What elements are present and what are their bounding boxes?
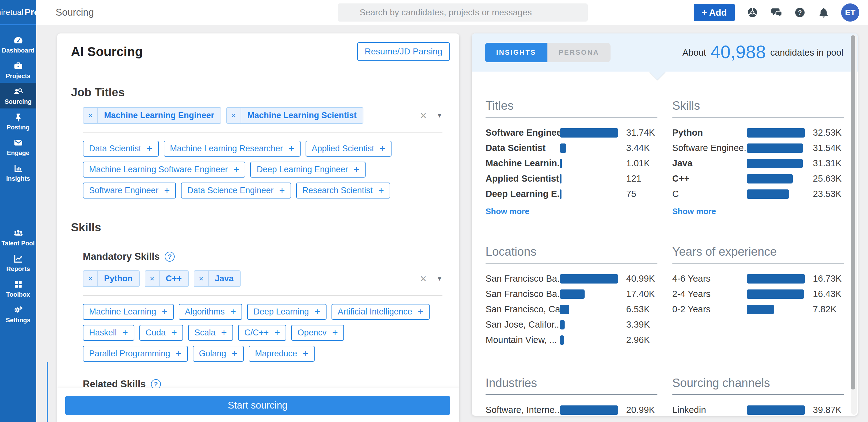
remove-tag-icon[interactable]: × (145, 271, 160, 287)
sidebar-item-sourcing[interactable]: Sourcing (0, 83, 36, 109)
form-body: Job Titles × Machine Learning Engineer ×… (57, 86, 459, 422)
add-icon: + (232, 349, 238, 359)
bar-track (560, 144, 618, 153)
selected-tag[interactable]: × Machine Learning Engineer (83, 107, 221, 124)
sidebar-item-talent-pool[interactable]: Talent Pool (0, 224, 36, 250)
global-search[interactable] (338, 3, 588, 22)
search-input[interactable] (359, 7, 582, 18)
suggestion-chip[interactable]: Artificial Intelligence + (332, 304, 430, 320)
chart-row: Software Enginee... 31.54K (673, 140, 844, 156)
dashboard-icon (13, 35, 24, 45)
mandatory-skills-suggestions: Machine Learning + Algorithms + Deep Lea… (83, 304, 448, 362)
clear-all-icon[interactable]: × (420, 110, 427, 121)
add-icon: + (230, 307, 236, 316)
suggestion-chip[interactable]: Research Scientist + (296, 183, 390, 199)
suggestion-chip[interactable]: Data Scientist + (83, 141, 159, 157)
insight-chart: Titles Software Engineer 31.74K Data S (486, 99, 657, 216)
suggestion-chip[interactable]: Data Science Engineer + (181, 183, 291, 199)
sidebar-item-reports[interactable]: Reports (0, 250, 36, 276)
suggestion-chip[interactable]: Machine Learning Software Engineer + (83, 161, 245, 178)
form-title: AI Sourcing (71, 44, 143, 59)
sidebar-item-toolbox[interactable]: Toolbox (0, 276, 36, 301)
remove-tag-icon[interactable]: × (194, 271, 209, 287)
suggestion-chip[interactable]: Parallel Programming + (83, 346, 188, 362)
suggestion-chip[interactable]: Machine Learning + (83, 304, 174, 320)
chat-icon[interactable] (770, 6, 782, 19)
chart-row-label: Applied Scientist (486, 174, 560, 184)
chart-title: Years of experience (673, 245, 844, 259)
suggestion-chip[interactable]: Cuda + (140, 325, 183, 341)
app-logo[interactable]: hiretual Pro (0, 0, 36, 24)
suggestion-chip[interactable]: Applied Scientist + (306, 141, 392, 157)
page-title: Sourcing (56, 0, 94, 25)
suggestion-chip[interactable]: Deep Learning Engineer + (250, 161, 366, 178)
suggestion-chip[interactable]: Deep Learning + (247, 304, 326, 320)
form-header: AI Sourcing Resume/JD Parsing (57, 33, 459, 70)
scrollbar-thumb[interactable] (851, 35, 855, 390)
show-more-link[interactable]: Show more (486, 207, 529, 216)
tab-persona[interactable]: PERSONA (548, 43, 611, 62)
insight-chart: Locations San Francisco Ba... 40.99K S (486, 245, 657, 348)
suggestion-chip[interactable]: Scala + (188, 325, 233, 341)
suggestion-chip[interactable]: Software Engineer + (83, 183, 176, 199)
chart-row-value: 16.43K (813, 289, 842, 299)
selected-tag[interactable]: × Machine Learning Scientist (226, 107, 364, 124)
pool-count: 40,988 (711, 43, 766, 61)
remove-tag-icon[interactable]: × (84, 271, 98, 287)
chevron-down-icon[interactable]: ▼ (436, 275, 442, 282)
bar (560, 320, 565, 329)
avatar[interactable]: ET (841, 3, 859, 22)
divider (83, 132, 442, 132)
selected-tag[interactable]: × Java (194, 270, 241, 287)
sidebar-item-insights[interactable]: Insights (0, 160, 36, 185)
help-circle-icon[interactable]: ? (151, 379, 161, 389)
remove-tag-icon[interactable]: × (227, 108, 241, 123)
bar (560, 290, 585, 299)
sidebar-item-engage[interactable]: Engage (0, 134, 36, 160)
chart-row: Software, Interne... 20.99K (486, 402, 657, 416)
help-circle-icon[interactable]: ? (165, 252, 175, 262)
suggestion-chip[interactable]: Haskell + (83, 325, 134, 341)
bell-icon[interactable] (817, 6, 830, 19)
bar-track (747, 274, 805, 283)
tab-insights[interactable]: INSIGHTS (485, 43, 548, 62)
sidebar-item-projects[interactable]: Projects (0, 57, 36, 83)
add-icon: + (315, 307, 320, 316)
top-bar: Sourcing + Add ? ET (36, 0, 868, 25)
sidebar-item-settings[interactable]: Settings (0, 301, 36, 327)
suggestion-chip[interactable]: Machine Learning Researcher + (164, 141, 301, 157)
selected-tag[interactable]: × Python (83, 270, 140, 287)
settings-icon (13, 305, 24, 315)
resume-jd-parsing-button[interactable]: Resume/JD Parsing (357, 42, 450, 61)
clear-all-icon[interactable]: × (420, 273, 427, 284)
help-icon[interactable]: ? (794, 6, 806, 19)
chart-row-value: 40.99K (626, 273, 655, 284)
bar-track (747, 128, 805, 138)
sidebar-item-posting[interactable]: Posting (0, 109, 36, 134)
suggestion-chip[interactable]: Mapreduce + (249, 346, 315, 362)
start-sourcing-button[interactable]: Start sourcing (65, 396, 450, 415)
chrome-icon[interactable] (746, 6, 758, 19)
chevron-down-icon[interactable]: ▼ (436, 112, 442, 119)
selected-tag[interactable]: × C++ (145, 270, 189, 287)
chart-row-value: 6.53K (626, 304, 650, 314)
chip-label: Scala (194, 328, 216, 338)
suggestion-chip[interactable]: Golang + (193, 346, 244, 362)
chart-row-value: 121 (626, 174, 641, 184)
add-icon: + (288, 144, 294, 153)
suggestion-chip[interactable]: Algorithms + (179, 304, 243, 320)
remove-tag-icon[interactable]: × (84, 108, 98, 123)
scrollbar-track[interactable] (851, 34, 857, 415)
sidebar-item-dashboard[interactable]: Dashboard (0, 32, 36, 57)
chart-row-label: 2-4 Years (673, 289, 747, 299)
chart-row: San Francisco, Ca... 6.53K (486, 302, 657, 317)
chart-row-label: Software Engineer (486, 127, 560, 138)
insight-chart: Sourcing channels Linkedin 39.87K Gith (673, 376, 844, 416)
suggestion-chip[interactable]: Opencv + (291, 325, 344, 341)
show-more-link[interactable]: Show more (673, 207, 716, 216)
add-button[interactable]: + Add (694, 4, 735, 21)
talent-pool-icon (13, 228, 24, 238)
chart-row: San Jose, Califor... 3.39K (486, 317, 657, 332)
chip-label: Data Scientist (89, 144, 141, 153)
suggestion-chip[interactable]: C/C++ + (238, 325, 286, 341)
